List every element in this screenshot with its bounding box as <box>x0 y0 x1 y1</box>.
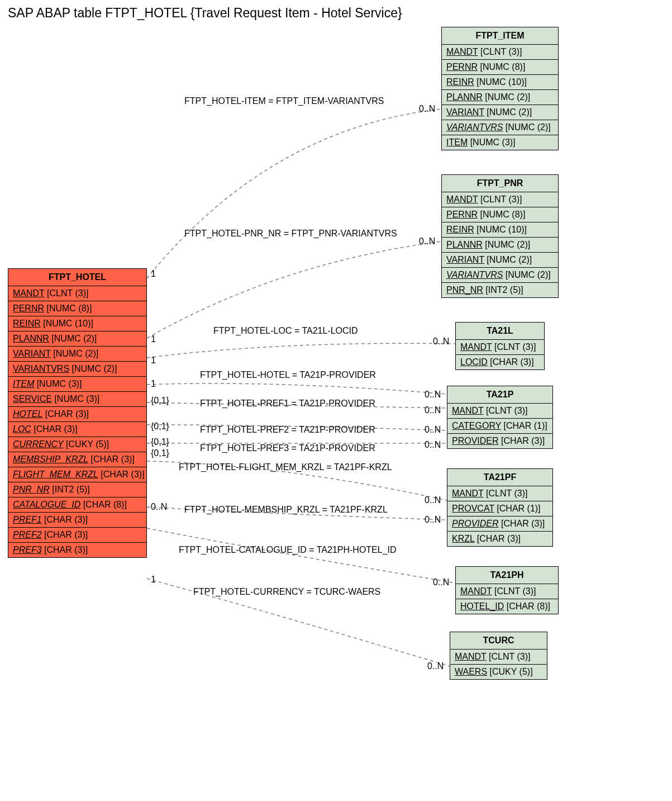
cardinality-left: 1 <box>151 379 156 389</box>
field-name: PROVCAT <box>452 504 494 513</box>
cardinality-left: 0..N <box>151 502 167 512</box>
field-name: MANDT <box>455 652 487 661</box>
field-row: PREF2 [CHAR (3)] <box>8 528 146 543</box>
field-name: KRZL <box>452 534 474 543</box>
relation-label: FTPT_HOTEL-CATALOGUE_ID = TA21PH-HOTEL_I… <box>179 545 397 555</box>
field-row: MEMBSHIP_KRZL [CHAR (3)] <box>8 452 146 467</box>
field-type: [NUMC (2)] <box>483 92 530 102</box>
field-row: MANDT [CLNT (3)] <box>442 45 558 60</box>
relation-label: FTPT_HOTEL-CURRENCY = TCURC-WAERS <box>193 587 380 597</box>
field-row: PROVCAT [CHAR (1)] <box>447 501 552 516</box>
field-row: REINR [NUMC (10)] <box>8 316 146 331</box>
relation-label: FTPT_HOTEL-LOC = TA21L-LOCID <box>213 326 358 336</box>
entity-ta21ph: TA21PH MANDT [CLNT (3)]HOTEL_ID [CHAR (8… <box>455 566 559 614</box>
field-row: PROVIDER [CHAR (3)] <box>447 516 552 532</box>
field-name: MANDT <box>460 586 492 596</box>
field-row: VARIANTVRS [NUMC (2)] <box>8 362 146 377</box>
cardinality-left: 1 <box>151 334 156 344</box>
field-type: [NUMC (8)] <box>44 304 92 313</box>
entity-ftpt-hotel: FTPT_HOTEL MANDT [CLNT (3)]PERNR [NUMC (… <box>8 268 147 558</box>
field-type: [CLNT (3)] <box>45 288 89 298</box>
cardinality-right: 0..N <box>433 336 449 347</box>
cardinality-left: 1 <box>151 575 156 585</box>
cardinality-right: 0..N <box>425 495 441 505</box>
relation-label: FTPT_HOTEL-HOTEL = TA21P-PROVIDER <box>200 370 376 380</box>
field-type: [NUMC (8)] <box>478 210 525 219</box>
field-name: VARIANTVRS <box>13 364 69 373</box>
field-type: [CHAR (3)] <box>499 436 545 445</box>
field-row: PLANNR [NUMC (2)] <box>442 90 558 105</box>
entity-header: TA21PF <box>447 469 552 486</box>
cardinality-right: 0..N <box>425 405 441 415</box>
field-type: [NUMC (2)] <box>503 270 550 279</box>
entity-header: TCURC <box>450 632 547 650</box>
field-name: PLANNR <box>446 240 483 249</box>
field-name: MANDT <box>452 406 484 415</box>
field-name: REINR <box>446 225 474 234</box>
field-name: PNR_NR <box>446 285 483 295</box>
entity-header: TA21PH <box>456 567 558 584</box>
field-name: HOTEL <box>13 409 42 419</box>
field-type: [CLNT (3)] <box>492 586 536 596</box>
field-row: HOTEL_ID [CHAR (8)] <box>456 599 558 614</box>
cardinality-right: 0..N <box>425 425 441 435</box>
field-type: [NUMC (2)] <box>503 122 550 132</box>
cardinality-right: 0..N <box>425 440 441 450</box>
field-name: SERVICE <box>13 394 52 404</box>
field-type: [NUMC (3)] <box>468 138 515 147</box>
field-type: [NUMC (3)] <box>52 394 99 404</box>
field-name: PREF1 <box>13 515 42 524</box>
field-name: REINR <box>13 319 41 328</box>
cardinality-right: 0..N <box>425 390 441 400</box>
entity-ta21p: TA21P MANDT [CLNT (3)]CATEGORY [CHAR (1)… <box>447 386 553 449</box>
field-name: CATEGORY <box>452 421 501 430</box>
field-type: [CUKY (5)] <box>64 439 109 449</box>
relation-label: FTPT_HOTEL-MEMBSHIP_KRZL = TA21PF-KRZL <box>184 505 388 515</box>
field-name: PROVIDER <box>452 436 499 445</box>
field-type: [CLNT (3)] <box>484 489 528 498</box>
field-type: [CHAR (3)] <box>474 534 521 543</box>
field-row: LOCID [CHAR (3)] <box>456 355 544 369</box>
field-name: PREF3 <box>13 545 42 554</box>
field-row: VARIANTVRS [NUMC (2)] <box>442 120 558 135</box>
field-row: MANDT [CLNT (3)] <box>442 192 558 207</box>
cardinality-right: 0..N <box>427 661 444 671</box>
field-type: [NUMC (2)] <box>483 240 530 249</box>
relation-label: FTPT_HOTEL-PNR_NR = FTPT_PNR-VARIANTVRS <box>184 229 397 239</box>
field-row: SERVICE [NUMC (3)] <box>8 392 146 407</box>
entity-header: FTPT_HOTEL <box>8 269 146 286</box>
entity-ftpt-item: FTPT_ITEM MANDT [CLNT (3)]PERNR [NUMC (8… <box>441 27 559 150</box>
field-row: VARIANT [NUMC (2)] <box>8 347 146 362</box>
field-name: VARIANTVRS <box>446 122 503 132</box>
field-type: [CHAR (3)] <box>31 424 78 434</box>
field-row: PLANNR [NUMC (2)] <box>442 238 558 253</box>
entity-ta21l: TA21L MANDT [CLNT (3)]LOCID [CHAR (3)] <box>455 322 545 370</box>
field-type: [NUMC (10)] <box>41 319 93 328</box>
field-row: HOTEL [CHAR (3)] <box>8 407 146 422</box>
cardinality-left: {0,1} <box>151 437 169 447</box>
field-type: [NUMC (2)] <box>69 364 117 373</box>
field-type: [NUMC (2)] <box>484 255 532 264</box>
field-type: [CLNT (3)] <box>478 47 522 56</box>
field-name: PLANNR <box>446 92 483 102</box>
field-type: [NUMC (2)] <box>484 107 532 117</box>
field-type: [CHAR (1)] <box>494 504 541 513</box>
cardinality-left: {0,1} <box>151 396 169 406</box>
cardinality-left: 1 <box>151 356 156 366</box>
field-name: LOCID <box>460 357 488 367</box>
field-type: [CHAR (3)] <box>42 409 89 419</box>
field-type: [CLNT (3)] <box>487 652 531 661</box>
field-row: REINR [NUMC (10)] <box>442 222 558 238</box>
field-row: PROVIDER [CHAR (3)] <box>447 434 552 448</box>
field-type: [NUMC (10)] <box>474 77 527 87</box>
field-name: FLIGHT_MEM_KRZL <box>13 470 98 479</box>
field-row: ITEM [NUMC (3)] <box>442 135 558 150</box>
entity-header: TA21P <box>447 386 552 404</box>
field-type: [CHAR (8)] <box>80 500 127 509</box>
field-row: VARIANTVRS [NUMC (2)] <box>442 268 558 283</box>
field-type: [CHAR (3)] <box>42 545 88 554</box>
field-type: [CHAR (3)] <box>499 519 545 528</box>
relation-label: FTPT_HOTEL-PREF3 = TA21P-PROVIDER <box>200 443 375 453</box>
entity-tcurc: TCURC MANDT [CLNT (3)]WAERS [CUKY (5)] <box>450 632 547 680</box>
field-name: MANDT <box>446 47 478 56</box>
